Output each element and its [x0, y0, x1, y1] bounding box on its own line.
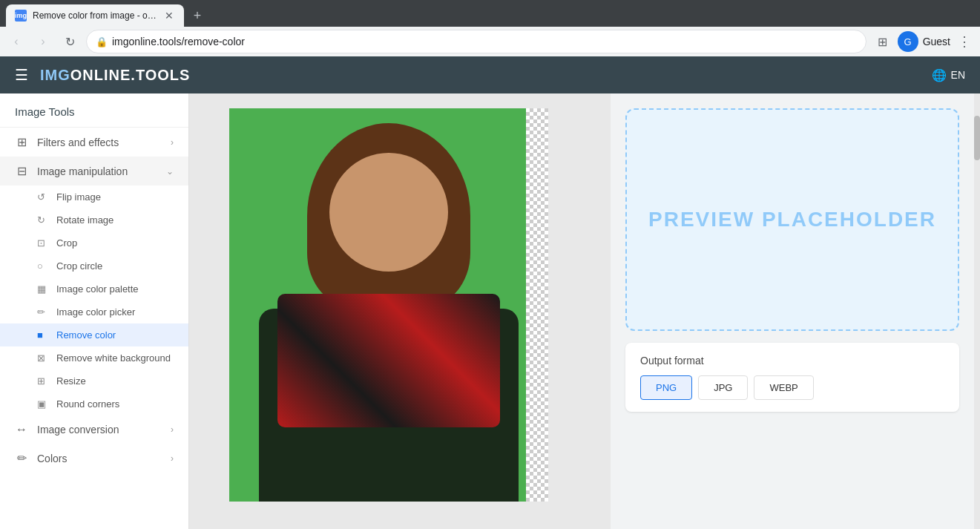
format-button-jpg[interactable]: JPG — [698, 375, 748, 400]
sidebar-sub-item-flip[interactable]: ↺ Flip image — [0, 185, 188, 208]
sidebar-sub-item-round-corners[interactable]: ▣ Round corners — [0, 392, 188, 415]
sidebar-sub-item-color-picker[interactable]: ✏ Image color picker — [0, 300, 188, 323]
resize-icon: ⊞ — [37, 375, 49, 387]
format-button-png[interactable]: PNG — [640, 375, 692, 400]
chevron-down-icon: ⌄ — [166, 166, 174, 177]
remove-color-icon: ■ — [37, 329, 49, 341]
flip-icon: ↺ — [37, 191, 49, 203]
colors-icon: ✏ — [15, 451, 28, 465]
green-background — [229, 108, 548, 502]
crop-circle-icon: ○ — [37, 260, 49, 272]
reload-button[interactable]: ↻ — [59, 31, 80, 52]
sidebar-title: Image Tools — [0, 93, 188, 128]
sidebar-sub-item-crop-circle[interactable]: ○ Crop circle — [0, 254, 188, 277]
sidebar-item-label: Filters and effects — [37, 137, 119, 148]
chevron-right-icon: › — [171, 137, 174, 148]
address-text[interactable]: imgonline.tools/remove-color — [112, 36, 857, 47]
main-content: PREVIEW PLACEHOLDER Output format PNG JP… — [189, 93, 980, 529]
tab-favicon: img — [15, 10, 27, 22]
logo-part1: IMG — [40, 67, 70, 83]
transparency-indicator — [526, 108, 548, 502]
menu-dots-icon[interactable]: ⋮ — [955, 30, 974, 53]
lock-icon: 🔒 — [96, 36, 108, 47]
preview-placeholder-text: PREVIEW PLACEHOLDER — [648, 208, 936, 231]
scrollbar-thumb[interactable] — [974, 116, 980, 160]
picker-icon: ✏ — [37, 306, 49, 318]
image-container — [229, 108, 570, 502]
format-button-webp[interactable]: WEBP — [754, 375, 813, 400]
hamburger-icon[interactable]: ☰ — [15, 66, 28, 84]
app: ☰ IMGONLINE.TOOLS 🌐 EN Image Tools ⊞ Fil… — [0, 56, 980, 529]
forward-button[interactable]: › — [33, 31, 53, 52]
logo-part2: ONLINE.TOOLS — [70, 67, 191, 83]
filters-icon: ⊞ — [15, 135, 28, 149]
output-format-title: Output format — [640, 355, 944, 367]
main-image — [229, 108, 548, 502]
address-bar[interactable]: 🔒 imgonline.tools/remove-color — [86, 30, 866, 53]
tab-bar: img Remove color from image - onlin ✕ + — [0, 0, 980, 27]
profile-name: Guest — [923, 36, 950, 47]
sidebar-item-label: Image manipulation — [37, 165, 128, 177]
scrollbar[interactable] — [974, 93, 980, 529]
sidebar-item-colors[interactable]: ✏ Colors › — [0, 444, 188, 473]
app-header: ☰ IMGONLINE.TOOLS 🌐 EN — [0, 56, 980, 93]
sidebar-sub-item-remove-color[interactable]: ■ Remove color — [0, 323, 188, 346]
rotate-icon: ↻ — [37, 214, 49, 226]
sidebar-sub-item-color-palette[interactable]: ▦ Image color palette — [0, 277, 188, 300]
sidebar-item-label: Colors — [37, 453, 67, 464]
app-body: Image Tools ⊞ Filters and effects › ⊟ Im… — [0, 93, 980, 529]
chevron-right-icon: › — [171, 424, 174, 435]
conversion-icon: ↔ — [15, 423, 28, 436]
sidebar-item-filters-effects[interactable]: ⊞ Filters and effects › — [0, 128, 188, 157]
tab-title: Remove color from image - onlin — [33, 10, 157, 21]
chevron-right-icon: › — [171, 453, 174, 464]
crop-icon: ⊡ — [37, 237, 49, 249]
back-button[interactable]: ‹ — [6, 31, 27, 52]
extensions-icon[interactable]: ⊞ — [872, 31, 893, 52]
browser-chrome: img Remove color from image - onlin ✕ + … — [0, 0, 980, 56]
manipulation-icon: ⊟ — [15, 164, 28, 178]
sidebar-sub-item-remove-white-bg[interactable]: ⊠ Remove white background — [0, 346, 188, 369]
new-tab-button[interactable]: + — [187, 5, 208, 26]
sidebar-sub-item-crop[interactable]: ⊡ Crop — [0, 231, 188, 254]
output-format-card: Output format PNG JPG WEBP — [625, 343, 959, 412]
address-bar-row: ‹ › ↻ 🔒 imgonline.tools/remove-color ⊞ G… — [0, 27, 980, 56]
sidebar: Image Tools ⊞ Filters and effects › ⊟ Im… — [0, 93, 189, 529]
image-area — [189, 93, 611, 529]
globe-icon: 🌐 — [932, 68, 947, 82]
profile-area: ⊞ G Guest ⋮ — [872, 30, 974, 53]
sidebar-sub-item-rotate[interactable]: ↻ Rotate image — [0, 208, 188, 231]
preview-box: PREVIEW PLACEHOLDER — [625, 108, 959, 331]
app-logo: IMGONLINE.TOOLS — [40, 67, 190, 84]
preview-panel: PREVIEW PLACEHOLDER Output format PNG JP… — [611, 93, 974, 529]
lang-area[interactable]: 🌐 EN — [932, 68, 965, 82]
active-tab[interactable]: img Remove color from image - onlin ✕ — [6, 4, 184, 27]
tab-close-icon[interactable]: ✕ — [163, 10, 175, 22]
sidebar-sub-item-resize[interactable]: ⊞ Resize — [0, 369, 188, 392]
profile-icon[interactable]: G — [898, 31, 918, 52]
format-buttons: PNG JPG WEBP — [640, 375, 944, 400]
round-corners-icon: ▣ — [37, 398, 49, 410]
sidebar-item-image-conversion[interactable]: ↔ Image conversion › — [0, 415, 188, 444]
sidebar-item-label: Image conversion — [37, 424, 119, 436]
sidebar-item-image-manipulation[interactable]: ⊟ Image manipulation ⌄ — [0, 157, 188, 185]
remove-white-bg-icon: ⊠ — [37, 352, 49, 364]
palette-icon: ▦ — [37, 283, 49, 295]
lang-label: EN — [951, 69, 965, 81]
